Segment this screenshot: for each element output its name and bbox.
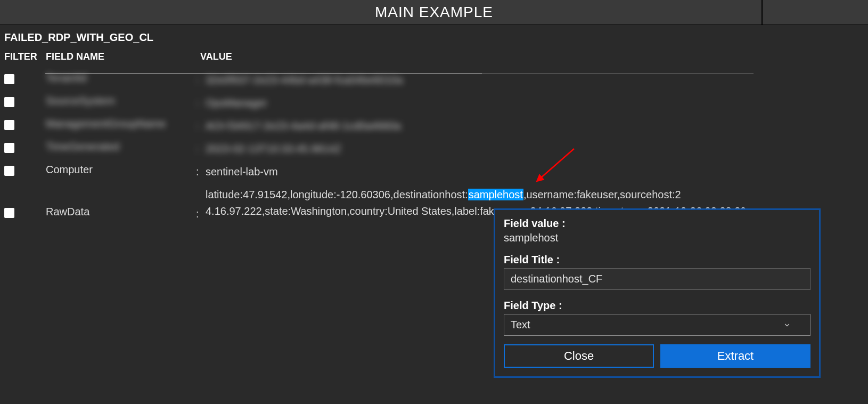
- filter-checkbox[interactable]: [4, 74, 14, 84]
- field-value: : 2023-02-13T10:33:45.9814Z: [206, 141, 864, 157]
- filter-checkbox[interactable]: [4, 143, 14, 153]
- close-button[interactable]: Close: [504, 344, 654, 368]
- field-type-selected: Text: [511, 319, 530, 331]
- value-colon: :: [196, 164, 199, 180]
- titlebar: MAIN EXAMPLE: [0, 0, 868, 25]
- field-name: SourceSystem: [46, 95, 206, 107]
- filter-checkbox[interactable]: [4, 208, 14, 218]
- extract-popup: Field value : samplehost Field Title : F…: [494, 208, 821, 378]
- table-row: Computer : sentinel-lab-vm: [4, 160, 864, 183]
- popup-buttons: Close Extract: [504, 344, 810, 368]
- field-value: : AOI-f34917-2e23-4a4d-af48-1cd0a4660a: [206, 118, 864, 134]
- filter-checkbox[interactable]: [4, 120, 14, 130]
- field-value: : sentinel-lab-vm: [206, 164, 864, 180]
- field-name: ManagementGroupName: [46, 118, 206, 130]
- value-colon: :: [196, 141, 199, 157]
- field-value: : 32e0f937-2e23-44bd-a438-fca04be6010a: [206, 72, 864, 88]
- filter-checkbox[interactable]: [4, 97, 14, 107]
- titlebar-divider: [761, 0, 763, 25]
- value-colon: :: [196, 72, 199, 88]
- field-title-label: Field Title :: [504, 254, 810, 266]
- panel-title: FAILED_RDP_WITH_GEO_CL: [4, 31, 864, 44]
- value-colon: :: [196, 118, 199, 134]
- field-type-select[interactable]: Text: [504, 314, 810, 336]
- column-header-value: VALUE: [200, 51, 864, 62]
- field-value-text: samplehost: [504, 232, 810, 244]
- field-value: : OpsManager: [206, 95, 864, 111]
- rows-container: TenantId : 32e0f937-2e23-44bd-a438-fca04…: [4, 69, 864, 223]
- columns-header: FILTER FIELD NAME VALUE: [4, 51, 864, 62]
- table-row: SourceSystem : OpsManager: [4, 92, 864, 115]
- field-type-label: Field Type :: [504, 300, 810, 312]
- value-colon: :: [196, 95, 199, 111]
- value-colon: :: [196, 206, 199, 222]
- selected-text[interactable]: samplehost: [468, 189, 523, 200]
- window-title: MAIN EXAMPLE: [375, 4, 493, 21]
- extract-button[interactable]: Extract: [660, 344, 810, 368]
- field-name: TenantId: [46, 72, 206, 84]
- table-row: TenantId : 32e0f937-2e23-44bd-a438-fca04…: [4, 69, 864, 92]
- column-header-filter: FILTER: [4, 51, 46, 62]
- chevron-down-icon: [783, 321, 791, 329]
- field-value-label: Field value :: [504, 217, 810, 230]
- field-name: Computer: [46, 164, 206, 176]
- table-row: TimeGenerated : 2023-02-13T10:33:45.9814…: [4, 138, 864, 160]
- column-header-name: FIELD NAME: [46, 51, 200, 62]
- table-row: ManagementGroupName : AOI-f34917-2e23-4a…: [4, 115, 864, 138]
- field-title-input[interactable]: [504, 268, 810, 290]
- field-name: RawData: [46, 187, 206, 218]
- field-name: TimeGenerated: [46, 141, 206, 153]
- filter-checkbox[interactable]: [4, 166, 14, 176]
